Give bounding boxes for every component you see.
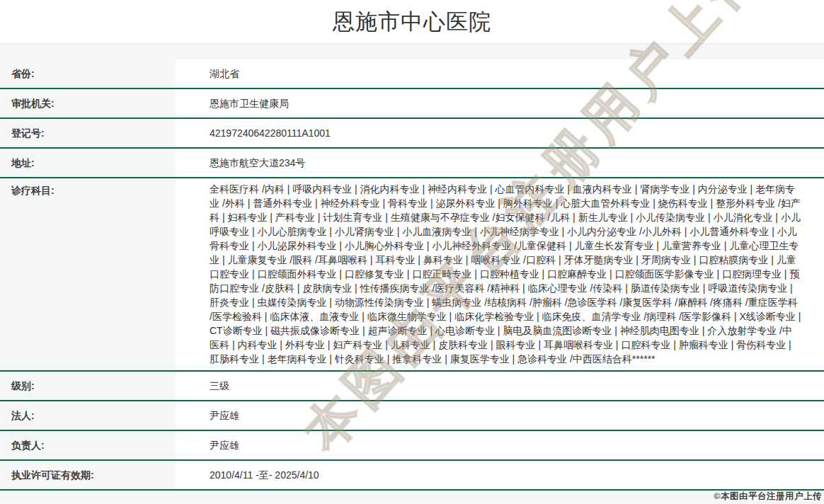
field-value: 2010/4/11 -至- 2025/4/10: [176, 461, 824, 489]
field-row-registration-number: 登记号: 42197240642280111A1001: [0, 119, 824, 149]
field-row-level: 级别: 三级: [0, 372, 824, 401]
field-row-address: 地址: 恩施市航空大道234号: [0, 149, 824, 178]
field-label: 地址:: [0, 149, 176, 177]
field-row-medical-departments: 诊疗科目: 全科医疗科 /内科 | 呼吸内科专业 | 消化内科专业 | 神经内科…: [0, 178, 824, 372]
field-row-person-in-charge: 负责人: 尹应雄: [0, 431, 824, 461]
field-label: 登记号:: [0, 119, 176, 147]
field-row-approval-authority: 审批机关: 恩施市卫生健康局: [0, 89, 824, 119]
info-table: 省份: 湖北省 审批机关: 恩施市卫生健康局 登记号: 421972406422…: [0, 59, 824, 491]
field-label: 诊疗科目:: [0, 178, 176, 370]
field-row-legal-person: 法人: 尹应雄: [0, 401, 824, 431]
field-value: 尹应雄: [176, 431, 824, 459]
field-value: 恩施市卫生健康局: [176, 89, 824, 118]
page-title: 恩施市中心医院: [333, 7, 491, 37]
field-label: 省份:: [0, 59, 176, 88]
field-value: 恩施市航空大道234号: [176, 149, 824, 177]
page-header: 恩施市中心医院: [0, 0, 824, 44]
field-value: 尹应雄: [176, 401, 824, 430]
field-value: 湖北省: [176, 59, 824, 88]
field-label: 级别:: [0, 372, 176, 400]
field-label: 法人:: [0, 401, 176, 430]
field-value: 三级: [176, 372, 824, 400]
field-label: 执业许可证有效期:: [0, 461, 176, 489]
field-row-province: 省份: 湖北省: [0, 59, 824, 89]
field-value: 全科医疗科 /内科 | 呼吸内科专业 | 消化内科专业 | 神经内科专业 | 心…: [176, 178, 824, 370]
field-value: 42197240642280111A1001: [176, 119, 824, 147]
field-label: 审批机关:: [0, 89, 176, 118]
hospital-info-panel: 省份: 湖北省 审批机关: 恩施市卫生健康局 登记号: 421972406422…: [0, 44, 824, 504]
field-row-license-validity: 执业许可证有效期: 2010/4/11 -至- 2025/4/10: [0, 461, 824, 491]
field-label: 负责人:: [0, 431, 176, 459]
